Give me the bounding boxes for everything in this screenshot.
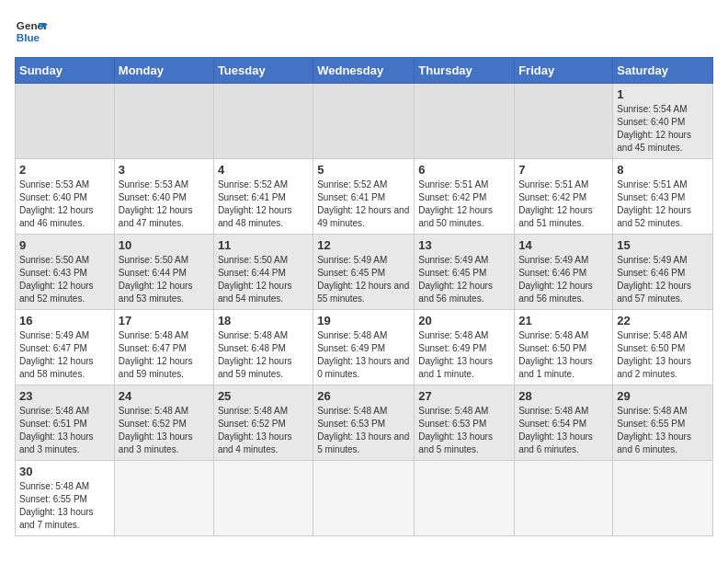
day-info: Sunrise: 5:51 AM Sunset: 6:43 PM Dayligh… <box>617 178 709 230</box>
day-info: Sunrise: 5:48 AM Sunset: 6:47 PM Dayligh… <box>119 329 210 381</box>
day-number: 22 <box>617 314 709 327</box>
calendar-day-cell <box>313 461 415 536</box>
calendar-day-cell <box>515 84 613 159</box>
calendar-day-cell: 16Sunrise: 5:49 AM Sunset: 6:47 PM Dayli… <box>16 310 115 385</box>
day-number: 21 <box>518 314 609 327</box>
calendar-day-cell: 26Sunrise: 5:48 AM Sunset: 6:53 PM Dayli… <box>313 385 415 461</box>
calendar-day-cell: 28Sunrise: 5:48 AM Sunset: 6:54 PM Dayli… <box>515 385 613 461</box>
calendar-day-cell: 1Sunrise: 5:54 AM Sunset: 6:40 PM Daylig… <box>613 84 713 159</box>
calendar-day-cell: 30Sunrise: 5:48 AM Sunset: 6:55 PM Dayli… <box>16 461 115 536</box>
calendar-day-cell: 4Sunrise: 5:52 AM Sunset: 6:41 PM Daylig… <box>213 159 313 235</box>
day-number: 8 <box>617 163 709 177</box>
calendar-day-cell: 29Sunrise: 5:48 AM Sunset: 6:55 PM Dayli… <box>613 385 713 461</box>
day-info: Sunrise: 5:48 AM Sunset: 6:54 PM Dayligh… <box>518 405 609 456</box>
day-info: Sunrise: 5:48 AM Sunset: 6:53 PM Dayligh… <box>418 405 510 456</box>
calendar-day-cell: 13Sunrise: 5:49 AM Sunset: 6:45 PM Dayli… <box>415 235 515 310</box>
day-number: 11 <box>218 238 309 252</box>
day-number: 12 <box>317 238 410 252</box>
calendar-day-cell: 24Sunrise: 5:48 AM Sunset: 6:52 PM Dayli… <box>114 385 213 461</box>
calendar-day-cell: 25Sunrise: 5:48 AM Sunset: 6:52 PM Dayli… <box>213 385 313 461</box>
logo-icon: General Blue <box>15 15 48 48</box>
day-info: Sunrise: 5:48 AM Sunset: 6:49 PM Dayligh… <box>418 329 510 381</box>
day-number: 9 <box>19 238 110 252</box>
calendar-week-row: 1Sunrise: 5:54 AM Sunset: 6:40 PM Daylig… <box>16 84 713 159</box>
day-number: 14 <box>518 238 609 252</box>
calendar-header-wednesday: Wednesday <box>313 58 415 84</box>
day-number: 10 <box>119 238 210 252</box>
calendar-header-saturday: Saturday <box>613 58 713 84</box>
logo: General Blue <box>15 15 48 48</box>
calendar-day-cell: 3Sunrise: 5:53 AM Sunset: 6:40 PM Daylig… <box>114 159 213 235</box>
day-info: Sunrise: 5:49 AM Sunset: 6:47 PM Dayligh… <box>19 329 110 381</box>
calendar-day-cell: 22Sunrise: 5:48 AM Sunset: 6:50 PM Dayli… <box>613 310 713 385</box>
day-info: Sunrise: 5:49 AM Sunset: 6:45 PM Dayligh… <box>418 254 510 305</box>
day-number: 5 <box>317 163 410 177</box>
day-info: Sunrise: 5:48 AM Sunset: 6:52 PM Dayligh… <box>119 405 210 456</box>
calendar-header-sunday: Sunday <box>16 58 115 84</box>
day-number: 17 <box>119 314 210 327</box>
day-info: Sunrise: 5:51 AM Sunset: 6:42 PM Dayligh… <box>518 178 609 230</box>
day-info: Sunrise: 5:51 AM Sunset: 6:42 PM Dayligh… <box>418 178 510 230</box>
day-number: 6 <box>418 163 510 177</box>
calendar-day-cell: 14Sunrise: 5:49 AM Sunset: 6:46 PM Dayli… <box>515 235 613 310</box>
day-info: Sunrise: 5:48 AM Sunset: 6:48 PM Dayligh… <box>218 329 309 381</box>
calendar-day-cell: 15Sunrise: 5:49 AM Sunset: 6:46 PM Dayli… <box>613 235 713 310</box>
day-number: 29 <box>617 389 709 403</box>
day-info: Sunrise: 5:52 AM Sunset: 6:41 PM Dayligh… <box>218 178 309 230</box>
day-number: 15 <box>617 238 709 252</box>
calendar-day-cell: 7Sunrise: 5:51 AM Sunset: 6:42 PM Daylig… <box>515 159 613 235</box>
day-info: Sunrise: 5:48 AM Sunset: 6:53 PM Dayligh… <box>317 405 410 456</box>
day-info: Sunrise: 5:48 AM Sunset: 6:55 PM Dayligh… <box>19 480 110 532</box>
day-number: 2 <box>19 163 110 177</box>
day-info: Sunrise: 5:54 AM Sunset: 6:40 PM Dayligh… <box>617 103 709 155</box>
calendar-header-friday: Friday <box>515 58 613 84</box>
calendar-day-cell <box>415 84 515 159</box>
calendar-week-row: 2Sunrise: 5:53 AM Sunset: 6:40 PM Daylig… <box>16 159 713 235</box>
day-info: Sunrise: 5:50 AM Sunset: 6:44 PM Dayligh… <box>119 254 210 305</box>
calendar-day-cell: 18Sunrise: 5:48 AM Sunset: 6:48 PM Dayli… <box>213 310 313 385</box>
calendar-day-cell: 8Sunrise: 5:51 AM Sunset: 6:43 PM Daylig… <box>613 159 713 235</box>
calendar-header-tuesday: Tuesday <box>213 58 313 84</box>
calendar-day-cell: 23Sunrise: 5:48 AM Sunset: 6:51 PM Dayli… <box>16 385 115 461</box>
day-info: Sunrise: 5:52 AM Sunset: 6:41 PM Dayligh… <box>317 178 410 230</box>
day-info: Sunrise: 5:48 AM Sunset: 6:49 PM Dayligh… <box>317 329 410 381</box>
calendar-header-row: SundayMondayTuesdayWednesdayThursdayFrid… <box>16 58 713 84</box>
calendar-header-monday: Monday <box>114 58 213 84</box>
day-info: Sunrise: 5:49 AM Sunset: 6:46 PM Dayligh… <box>617 254 709 305</box>
day-number: 23 <box>19 389 110 403</box>
day-number: 1 <box>617 87 709 101</box>
day-number: 18 <box>218 314 309 327</box>
day-info: Sunrise: 5:53 AM Sunset: 6:40 PM Dayligh… <box>19 178 110 230</box>
calendar-day-cell: 21Sunrise: 5:48 AM Sunset: 6:50 PM Dayli… <box>515 310 613 385</box>
day-number: 27 <box>418 389 510 403</box>
day-number: 3 <box>119 163 210 177</box>
day-number: 24 <box>119 389 210 403</box>
calendar-week-row: 23Sunrise: 5:48 AM Sunset: 6:51 PM Dayli… <box>16 385 713 461</box>
calendar-week-row: 30Sunrise: 5:48 AM Sunset: 6:55 PM Dayli… <box>16 461 713 536</box>
calendar-week-row: 16Sunrise: 5:49 AM Sunset: 6:47 PM Dayli… <box>16 310 713 385</box>
calendar: SundayMondayTuesdayWednesdayThursdayFrid… <box>15 57 713 536</box>
day-number: 25 <box>218 389 309 403</box>
day-info: Sunrise: 5:49 AM Sunset: 6:46 PM Dayligh… <box>518 254 609 305</box>
calendar-day-cell <box>313 84 415 159</box>
day-info: Sunrise: 5:49 AM Sunset: 6:45 PM Dayligh… <box>317 254 410 305</box>
day-number: 19 <box>317 314 410 327</box>
calendar-day-cell <box>114 84 213 159</box>
day-number: 30 <box>19 465 110 478</box>
calendar-header-thursday: Thursday <box>415 58 515 84</box>
calendar-day-cell: 12Sunrise: 5:49 AM Sunset: 6:45 PM Dayli… <box>313 235 415 310</box>
day-number: 16 <box>19 314 110 327</box>
day-info: Sunrise: 5:48 AM Sunset: 6:50 PM Dayligh… <box>518 329 609 381</box>
calendar-day-cell: 6Sunrise: 5:51 AM Sunset: 6:42 PM Daylig… <box>415 159 515 235</box>
day-info: Sunrise: 5:48 AM Sunset: 6:50 PM Dayligh… <box>617 329 709 381</box>
calendar-day-cell <box>213 461 313 536</box>
day-info: Sunrise: 5:50 AM Sunset: 6:43 PM Dayligh… <box>19 254 110 305</box>
calendar-day-cell: 17Sunrise: 5:48 AM Sunset: 6:47 PM Dayli… <box>114 310 213 385</box>
day-info: Sunrise: 5:50 AM Sunset: 6:44 PM Dayligh… <box>218 254 309 305</box>
day-number: 13 <box>418 238 510 252</box>
calendar-day-cell <box>415 461 515 536</box>
calendar-day-cell: 19Sunrise: 5:48 AM Sunset: 6:49 PM Dayli… <box>313 310 415 385</box>
day-info: Sunrise: 5:48 AM Sunset: 6:55 PM Dayligh… <box>617 405 709 456</box>
day-number: 26 <box>317 389 410 403</box>
calendar-day-cell: 27Sunrise: 5:48 AM Sunset: 6:53 PM Dayli… <box>415 385 515 461</box>
